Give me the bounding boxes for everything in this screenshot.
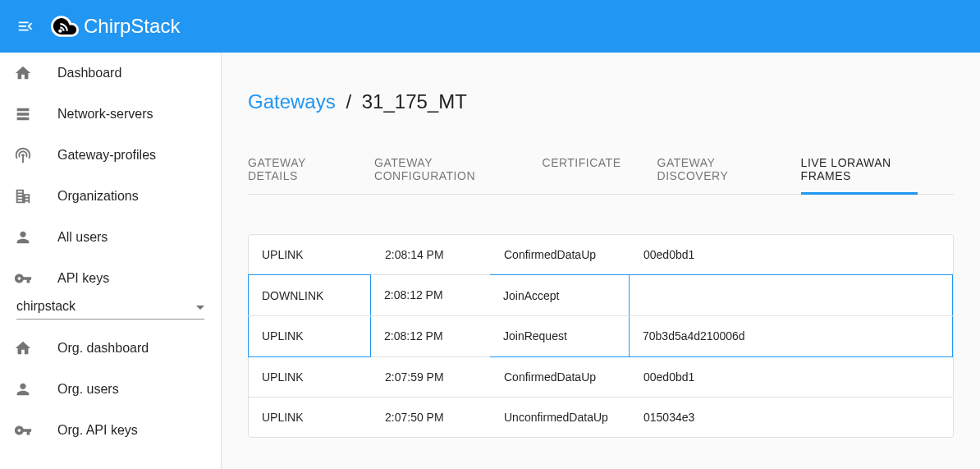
sidebar-item-label: Gateway-profiles bbox=[57, 148, 156, 163]
tab-gateway-configuration[interactable]: GATEWAY CONFIGURATION bbox=[374, 146, 506, 194]
sidebar-item-org-dashboard[interactable]: Org. dashboard bbox=[0, 328, 221, 369]
server-icon bbox=[13, 104, 33, 124]
breadcrumb-link-gateways[interactable]: Gateways bbox=[248, 90, 336, 113]
sidebar-item-org-api-keys[interactable]: Org. API keys bbox=[0, 410, 221, 451]
sidebar-item-org-users[interactable]: Org. users bbox=[0, 369, 221, 410]
sidebar-item-label: Org. dashboard bbox=[57, 341, 149, 356]
sidebar-item-label: Organizations bbox=[57, 189, 139, 204]
app-logo[interactable]: ChirpStack bbox=[51, 12, 180, 40]
frame-type: UnconfirmedDataUp bbox=[491, 398, 630, 437]
frame-row[interactable]: UPLINK2:08:14 PMConfirmedDataUp00ed0bd1 bbox=[249, 235, 953, 275]
frame-addr: 00ed0bd1 bbox=[630, 357, 953, 397]
frames-table: UPLINK2:08:14 PMConfirmedDataUp00ed0bd1D… bbox=[248, 234, 954, 438]
app-header: ChirpStack bbox=[0, 0, 980, 53]
frame-direction: UPLINK bbox=[249, 357, 372, 397]
frame-type: ConfirmedDataUp bbox=[491, 235, 630, 274]
frame-direction: UPLINK bbox=[249, 398, 372, 437]
frame-row[interactable]: DOWNLINK2:08:12 PMJoinAccept bbox=[249, 275, 953, 316]
tab-gateway-discovery[interactable]: GATEWAY DISCOVERY bbox=[657, 146, 765, 194]
chevron-down-icon bbox=[196, 299, 204, 314]
sidebar-item-network-servers[interactable]: Network-servers bbox=[0, 94, 221, 135]
tabs: GATEWAY DETAILSGATEWAY CONFIGURATIONCERT… bbox=[248, 146, 954, 195]
sidebar-item-label: Org. API keys bbox=[57, 423, 138, 438]
frame-type: ConfirmedDataUp bbox=[491, 357, 630, 397]
frame-direction: DOWNLINK bbox=[248, 274, 371, 315]
building-icon bbox=[13, 186, 33, 206]
sidebar-item-organizations[interactable]: Organizations bbox=[0, 176, 221, 217]
sidebar: DashboardNetwork-serversGateway-profiles… bbox=[0, 53, 222, 469]
sidebar-item-label: All users bbox=[57, 230, 108, 245]
tab-certificate[interactable]: CERTIFICATE bbox=[543, 146, 621, 194]
sidebar-item-label: API keys bbox=[57, 271, 109, 286]
frame-time: 2:08:12 PM bbox=[371, 316, 490, 356]
tab-live-lorawan-frames[interactable]: LIVE LORAWAN FRAMES bbox=[801, 146, 918, 195]
org-selector-value: chirpstack bbox=[16, 299, 76, 314]
main-content: Gateways / 31_175_MT GATEWAY DETAILSGATE… bbox=[222, 53, 980, 469]
sidebar-item-api-keys[interactable]: API keys bbox=[0, 258, 221, 299]
frame-time: 2:08:14 PM bbox=[372, 235, 491, 274]
home-icon bbox=[13, 338, 33, 358]
sidebar-item-label: Network-servers bbox=[57, 107, 153, 122]
tab-gateway-details[interactable]: GATEWAY DETAILS bbox=[248, 146, 338, 194]
frame-direction: UPLINK bbox=[249, 235, 372, 274]
person-icon bbox=[13, 379, 33, 399]
breadcrumb: Gateways / 31_175_MT bbox=[248, 90, 954, 113]
sidebar-item-gateway-profiles[interactable]: Gateway-profiles bbox=[0, 135, 221, 176]
frame-row[interactable]: UPLINK2:08:12 PMJoinRequest70b3d5a4d2100… bbox=[249, 316, 953, 357]
antenna-icon bbox=[13, 145, 33, 165]
org-selector[interactable]: chirpstack bbox=[16, 299, 204, 320]
frame-addr: 00ed0bd1 bbox=[630, 235, 953, 274]
frame-addr bbox=[630, 274, 953, 315]
frame-addr: 70b3d5a4d210006d bbox=[630, 316, 953, 357]
frame-time: 2:07:59 PM bbox=[372, 357, 491, 397]
svg-point-0 bbox=[58, 30, 62, 33]
menu-toggle-icon[interactable] bbox=[16, 17, 34, 35]
sidebar-item-dashboard[interactable]: Dashboard bbox=[0, 53, 221, 94]
key-icon bbox=[13, 421, 33, 440]
sidebar-item-all-users[interactable]: All users bbox=[0, 217, 221, 258]
sidebar-item-label: Org. users bbox=[57, 382, 119, 397]
frame-time: 2:07:50 PM bbox=[372, 398, 491, 437]
sidebar-item-label: Dashboard bbox=[57, 66, 121, 80]
breadcrumb-separator: / bbox=[346, 90, 351, 113]
frame-row[interactable]: UPLINK2:07:50 PMUnconfirmedDataUp015034e… bbox=[249, 398, 953, 437]
home-icon bbox=[13, 63, 33, 83]
frame-row[interactable]: UPLINK2:07:59 PMConfirmedDataUp00ed0bd1 bbox=[249, 357, 953, 398]
frame-type: JoinRequest bbox=[490, 316, 630, 357]
frame-type: JoinAccept bbox=[490, 274, 630, 315]
breadcrumb-current: 31_175_MT bbox=[362, 90, 467, 113]
key-icon bbox=[13, 269, 33, 288]
brand-name: ChirpStack bbox=[84, 15, 180, 38]
person-icon bbox=[13, 228, 33, 247]
frame-direction: UPLINK bbox=[248, 316, 371, 357]
frame-addr: 015034e3 bbox=[630, 398, 953, 437]
frame-time: 2:08:12 PM bbox=[371, 275, 490, 315]
